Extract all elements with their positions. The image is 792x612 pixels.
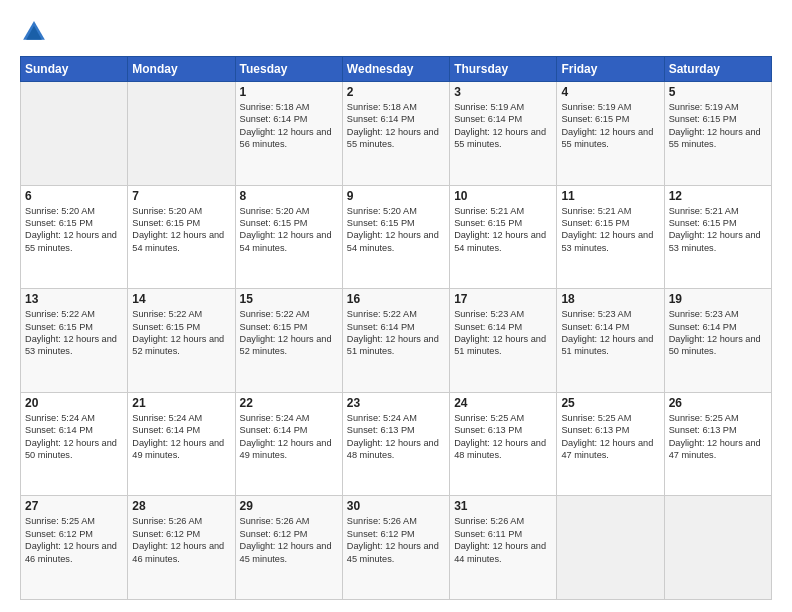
- calendar-cell: [21, 82, 128, 186]
- daylight-text: Daylight: 12 hours and 49 minutes.: [240, 438, 332, 460]
- sunrise-text: Sunrise: 5:23 AM: [454, 309, 524, 319]
- cell-content: Sunrise: 5:20 AMSunset: 6:15 PMDaylight:…: [25, 205, 123, 255]
- sunset-text: Sunset: 6:15 PM: [240, 322, 308, 332]
- sunrise-text: Sunrise: 5:20 AM: [132, 206, 202, 216]
- calendar-week-4: 20Sunrise: 5:24 AMSunset: 6:14 PMDayligh…: [21, 392, 772, 496]
- cell-content: Sunrise: 5:19 AMSunset: 6:14 PMDaylight:…: [454, 101, 552, 151]
- sunrise-text: Sunrise: 5:24 AM: [25, 413, 95, 423]
- sunset-text: Sunset: 6:14 PM: [454, 114, 522, 124]
- sunset-text: Sunset: 6:11 PM: [454, 529, 522, 539]
- calendar-cell: 6Sunrise: 5:20 AMSunset: 6:15 PMDaylight…: [21, 185, 128, 289]
- calendar-cell: [557, 496, 664, 600]
- day-of-week-tuesday: Tuesday: [235, 57, 342, 82]
- calendar-cell: 25Sunrise: 5:25 AMSunset: 6:13 PMDayligh…: [557, 392, 664, 496]
- cell-content: Sunrise: 5:25 AMSunset: 6:12 PMDaylight:…: [25, 515, 123, 565]
- cell-content: Sunrise: 5:22 AMSunset: 6:15 PMDaylight:…: [240, 308, 338, 358]
- calendar-cell: 24Sunrise: 5:25 AMSunset: 6:13 PMDayligh…: [450, 392, 557, 496]
- cell-content: Sunrise: 5:21 AMSunset: 6:15 PMDaylight:…: [561, 205, 659, 255]
- daylight-text: Daylight: 12 hours and 51 minutes.: [347, 334, 439, 356]
- day-number: 3: [454, 85, 552, 99]
- calendar-header-row: SundayMondayTuesdayWednesdayThursdayFrid…: [21, 57, 772, 82]
- sunset-text: Sunset: 6:15 PM: [454, 218, 522, 228]
- sunrise-text: Sunrise: 5:25 AM: [454, 413, 524, 423]
- sunset-text: Sunset: 6:12 PM: [240, 529, 308, 539]
- daylight-text: Daylight: 12 hours and 48 minutes.: [347, 438, 439, 460]
- day-of-week-monday: Monday: [128, 57, 235, 82]
- sunset-text: Sunset: 6:14 PM: [669, 322, 737, 332]
- daylight-text: Daylight: 12 hours and 52 minutes.: [132, 334, 224, 356]
- cell-content: Sunrise: 5:24 AMSunset: 6:13 PMDaylight:…: [347, 412, 445, 462]
- day-number: 27: [25, 499, 123, 513]
- day-number: 23: [347, 396, 445, 410]
- sunrise-text: Sunrise: 5:25 AM: [669, 413, 739, 423]
- sunrise-text: Sunrise: 5:20 AM: [240, 206, 310, 216]
- daylight-text: Daylight: 12 hours and 46 minutes.: [132, 541, 224, 563]
- daylight-text: Daylight: 12 hours and 54 minutes.: [454, 230, 546, 252]
- cell-content: Sunrise: 5:22 AMSunset: 6:15 PMDaylight:…: [132, 308, 230, 358]
- cell-content: Sunrise: 5:21 AMSunset: 6:15 PMDaylight:…: [669, 205, 767, 255]
- sunset-text: Sunset: 6:14 PM: [240, 425, 308, 435]
- daylight-text: Daylight: 12 hours and 50 minutes.: [25, 438, 117, 460]
- cell-content: Sunrise: 5:18 AMSunset: 6:14 PMDaylight:…: [347, 101, 445, 151]
- sunset-text: Sunset: 6:15 PM: [132, 322, 200, 332]
- daylight-text: Daylight: 12 hours and 50 minutes.: [669, 334, 761, 356]
- calendar-cell: 23Sunrise: 5:24 AMSunset: 6:13 PMDayligh…: [342, 392, 449, 496]
- cell-content: Sunrise: 5:23 AMSunset: 6:14 PMDaylight:…: [454, 308, 552, 358]
- day-number: 16: [347, 292, 445, 306]
- day-number: 8: [240, 189, 338, 203]
- sunset-text: Sunset: 6:14 PM: [240, 114, 308, 124]
- sunrise-text: Sunrise: 5:22 AM: [347, 309, 417, 319]
- sunrise-text: Sunrise: 5:20 AM: [25, 206, 95, 216]
- day-number: 4: [561, 85, 659, 99]
- cell-content: Sunrise: 5:25 AMSunset: 6:13 PMDaylight:…: [669, 412, 767, 462]
- cell-content: Sunrise: 5:26 AMSunset: 6:12 PMDaylight:…: [347, 515, 445, 565]
- sunset-text: Sunset: 6:13 PM: [454, 425, 522, 435]
- calendar-cell: 4Sunrise: 5:19 AMSunset: 6:15 PMDaylight…: [557, 82, 664, 186]
- sunrise-text: Sunrise: 5:21 AM: [454, 206, 524, 216]
- logo-icon: [20, 18, 48, 46]
- day-number: 7: [132, 189, 230, 203]
- day-number: 25: [561, 396, 659, 410]
- day-number: 5: [669, 85, 767, 99]
- calendar-cell: 26Sunrise: 5:25 AMSunset: 6:13 PMDayligh…: [664, 392, 771, 496]
- calendar-cell: 19Sunrise: 5:23 AMSunset: 6:14 PMDayligh…: [664, 289, 771, 393]
- sunset-text: Sunset: 6:15 PM: [669, 218, 737, 228]
- sunset-text: Sunset: 6:14 PM: [347, 322, 415, 332]
- sunset-text: Sunset: 6:15 PM: [561, 114, 629, 124]
- day-number: 18: [561, 292, 659, 306]
- calendar-cell: 13Sunrise: 5:22 AMSunset: 6:15 PMDayligh…: [21, 289, 128, 393]
- day-number: 26: [669, 396, 767, 410]
- day-number: 15: [240, 292, 338, 306]
- day-number: 28: [132, 499, 230, 513]
- daylight-text: Daylight: 12 hours and 55 minutes.: [25, 230, 117, 252]
- calendar-cell: 10Sunrise: 5:21 AMSunset: 6:15 PMDayligh…: [450, 185, 557, 289]
- calendar-cell: 30Sunrise: 5:26 AMSunset: 6:12 PMDayligh…: [342, 496, 449, 600]
- sunrise-text: Sunrise: 5:22 AM: [132, 309, 202, 319]
- sunrise-text: Sunrise: 5:23 AM: [561, 309, 631, 319]
- sunrise-text: Sunrise: 5:18 AM: [347, 102, 417, 112]
- day-of-week-wednesday: Wednesday: [342, 57, 449, 82]
- sunset-text: Sunset: 6:14 PM: [347, 114, 415, 124]
- day-number: 24: [454, 396, 552, 410]
- daylight-text: Daylight: 12 hours and 53 minutes.: [669, 230, 761, 252]
- day-of-week-saturday: Saturday: [664, 57, 771, 82]
- day-number: 19: [669, 292, 767, 306]
- calendar-week-3: 13Sunrise: 5:22 AMSunset: 6:15 PMDayligh…: [21, 289, 772, 393]
- calendar-cell: 2Sunrise: 5:18 AMSunset: 6:14 PMDaylight…: [342, 82, 449, 186]
- cell-content: Sunrise: 5:19 AMSunset: 6:15 PMDaylight:…: [669, 101, 767, 151]
- header: [20, 18, 772, 46]
- cell-content: Sunrise: 5:20 AMSunset: 6:15 PMDaylight:…: [347, 205, 445, 255]
- day-number: 29: [240, 499, 338, 513]
- sunset-text: Sunset: 6:12 PM: [25, 529, 93, 539]
- cell-content: Sunrise: 5:23 AMSunset: 6:14 PMDaylight:…: [561, 308, 659, 358]
- cell-content: Sunrise: 5:22 AMSunset: 6:15 PMDaylight:…: [25, 308, 123, 358]
- calendar-cell: 15Sunrise: 5:22 AMSunset: 6:15 PMDayligh…: [235, 289, 342, 393]
- sunset-text: Sunset: 6:14 PM: [454, 322, 522, 332]
- daylight-text: Daylight: 12 hours and 55 minutes.: [669, 127, 761, 149]
- calendar-cell: 5Sunrise: 5:19 AMSunset: 6:15 PMDaylight…: [664, 82, 771, 186]
- daylight-text: Daylight: 12 hours and 53 minutes.: [25, 334, 117, 356]
- cell-content: Sunrise: 5:26 AMSunset: 6:12 PMDaylight:…: [132, 515, 230, 565]
- daylight-text: Daylight: 12 hours and 54 minutes.: [347, 230, 439, 252]
- sunrise-text: Sunrise: 5:21 AM: [561, 206, 631, 216]
- calendar-cell: 8Sunrise: 5:20 AMSunset: 6:15 PMDaylight…: [235, 185, 342, 289]
